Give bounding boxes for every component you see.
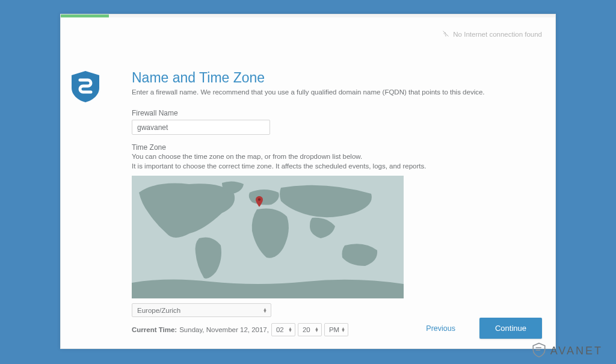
timezone-desc-2: It is important to choose the correct ti… <box>132 161 537 171</box>
select-stepper-icon: ▲▼ <box>263 308 267 313</box>
stepper-icon: ▲▼ <box>341 327 345 332</box>
timezone-desc-1: You can choose the time zone on the map,… <box>132 152 537 161</box>
wizard-panel: No Internet connection found Name and Ti… <box>60 14 556 349</box>
timezone-selected: Europe/Zurich <box>137 307 180 314</box>
svg-point-0 <box>446 35 446 36</box>
connection-status: No Internet connection found <box>442 30 542 39</box>
progress-fill <box>61 14 109 17</box>
continue-button[interactable]: Continue <box>479 318 542 339</box>
firewall-name-input[interactable] <box>132 120 270 135</box>
brand-shield-icon <box>72 71 99 102</box>
hour-stepper[interactable]: 02 ▲▼ <box>271 323 295 336</box>
ampm-stepper[interactable]: PM ▲▼ <box>324 323 348 336</box>
timezone-map[interactable] <box>132 176 404 298</box>
svg-point-2 <box>258 199 260 201</box>
no-internet-icon <box>442 30 449 39</box>
previous-button[interactable]: Previous <box>426 324 455 333</box>
current-date: Sunday, November 12, 2017, <box>179 326 269 333</box>
current-time-label: Current Time: <box>132 326 177 333</box>
brand-name: AVANET <box>550 345 603 357</box>
watermark-brand: AVANET <box>531 342 603 360</box>
progress-bar <box>61 14 555 17</box>
timezone-label: Time Zone <box>132 143 537 152</box>
firewall-name-field: Firewall Name <box>132 109 537 135</box>
wizard-footer: Previous Continue <box>426 318 542 339</box>
minute-stepper[interactable]: 20 ▲▼ <box>298 323 322 336</box>
brand-logo-icon <box>531 342 547 360</box>
timezone-section: Time Zone You can choose the time zone o… <box>132 143 537 336</box>
page-subtitle: Enter a firewall name. We recommend that… <box>132 88 537 96</box>
content-area: Name and Time Zone Enter a firewall name… <box>132 70 537 318</box>
timezone-select[interactable]: Europe/Zurich ▲▼ <box>132 303 271 317</box>
connection-status-text: No Internet connection found <box>453 31 542 38</box>
page-title: Name and Time Zone <box>132 70 537 86</box>
map-pin-icon <box>256 196 263 207</box>
stepper-icon: ▲▼ <box>288 327 292 332</box>
stepper-icon: ▲▼ <box>315 327 319 332</box>
firewall-name-label: Firewall Name <box>132 109 537 117</box>
